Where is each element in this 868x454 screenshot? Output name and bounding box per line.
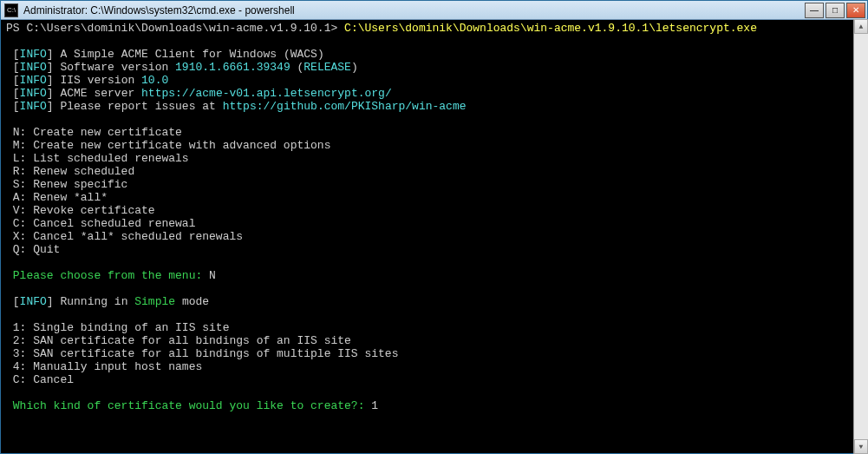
titlebar[interactable]: C:\ Administrator: C:\Windows\system32\c… [1,1,867,20]
scroll-down-button[interactable]: ▼ [854,439,868,454]
maximize-button[interactable]: □ [826,3,845,18]
scroll-up-button[interactable]: ▲ [854,19,868,34]
close-button[interactable]: ✕ [846,3,865,18]
terminal-output[interactable]: PS C:\Users\dominik\Downloads\win-acme.v… [1,20,867,453]
window-title: Administrator: C:\Windows\system32\cmd.e… [22,4,805,16]
cmd-window: C:\ Administrator: C:\Windows\system32\c… [0,0,868,454]
app-icon: C:\ [4,3,18,17]
window-controls: — □ ✕ [805,3,865,18]
scroll-track[interactable] [854,34,868,439]
minimize-button[interactable]: — [805,3,824,18]
vertical-scrollbar[interactable]: ▲ ▼ [853,19,868,454]
